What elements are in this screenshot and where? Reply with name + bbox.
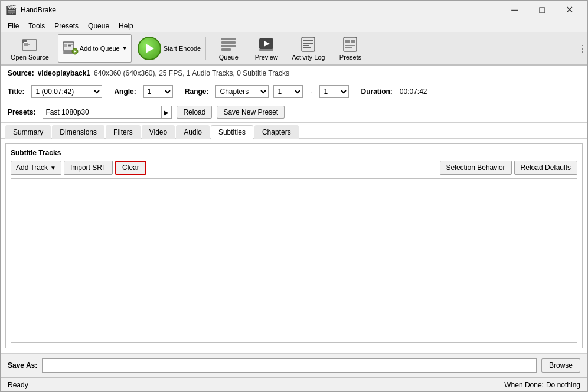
start-encode-label: Start Encode <box>164 45 201 52</box>
status-text: Ready <box>8 381 28 389</box>
source-label: Source: <box>8 69 34 77</box>
svg-rect-15 <box>221 41 236 44</box>
subtitle-list-area <box>11 178 577 343</box>
save-as-input[interactable] <box>42 358 537 373</box>
menu-help[interactable]: Help <box>114 21 138 31</box>
tab-audio[interactable]: Audio <box>176 125 210 139</box>
angle-select[interactable]: 1 <box>143 85 173 98</box>
save-new-preset-button[interactable]: Save New Preset <box>217 106 285 119</box>
browse-button[interactable]: Browse <box>541 358 580 373</box>
toolbar-separator-1 <box>205 37 206 60</box>
activity-log-label: Activity Log <box>292 54 325 61</box>
svg-rect-11 <box>63 53 74 54</box>
when-done-value: Do nothing <box>546 381 580 389</box>
app-icon: 🎬 <box>5 4 17 15</box>
clear-button[interactable]: Clear <box>115 161 146 175</box>
svg-rect-27 <box>345 40 350 43</box>
preset-select-wrap: ▶ <box>43 106 172 119</box>
svg-rect-29 <box>345 45 355 46</box>
chapter-start-select[interactable]: 1 <box>273 85 303 98</box>
tab-summary[interactable]: Summary <box>5 125 51 139</box>
presets-row-label: Presets: <box>8 108 35 116</box>
svg-rect-3 <box>24 43 28 44</box>
svg-rect-2 <box>24 42 27 43</box>
add-to-queue-split-button[interactable]: Add to Queue ▼ <box>58 34 132 63</box>
title-bar-controls: ─ □ ✕ <box>501 1 583 19</box>
preset-input[interactable] <box>43 106 161 118</box>
duration-label: Duration: <box>361 87 392 96</box>
selection-behavior-button[interactable]: Selection Behavior <box>440 161 512 175</box>
tab-video[interactable]: Video <box>142 125 175 139</box>
tab-chapters[interactable]: Chapters <box>254 125 299 139</box>
source-info: 640x360 (640x360), 25 FPS, 1 Audio Track… <box>94 69 289 77</box>
menu-tools[interactable]: Tools <box>24 21 50 31</box>
svg-rect-20 <box>259 49 273 51</box>
import-srt-button[interactable]: Import SRT <box>64 161 113 175</box>
presets-button[interactable]: Presets <box>332 34 368 63</box>
title-bar: 🎬 HandBrake ─ □ ✕ <box>1 1 587 19</box>
activity-log-icon <box>300 36 316 53</box>
svg-rect-28 <box>351 40 355 43</box>
tab-dimensions[interactable]: Dimensions <box>52 125 104 139</box>
maximize-button[interactable]: □ <box>528 1 556 19</box>
tab-subtitles[interactable]: Subtitles <box>211 125 253 139</box>
angle-label: Angle: <box>114 87 136 96</box>
queue-label: Queue <box>219 54 239 61</box>
save-row: Save As: Browse <box>1 353 587 377</box>
duration-value: 00:07:42 <box>400 87 427 96</box>
app-title: HandBrake <box>21 6 56 14</box>
open-source-icon <box>21 36 38 53</box>
save-as-label: Save As: <box>8 361 37 370</box>
menu-bar: File Tools Presets Queue Help <box>1 19 587 32</box>
preview-button[interactable]: Preview <box>249 34 284 63</box>
tab-filters[interactable]: Filters <box>106 125 141 139</box>
preview-icon <box>258 36 275 53</box>
svg-rect-26 <box>344 37 357 51</box>
svg-rect-22 <box>303 40 313 41</box>
svg-rect-16 <box>221 45 236 47</box>
svg-rect-7 <box>64 44 67 47</box>
menu-queue[interactable]: Queue <box>83 21 114 31</box>
close-button[interactable]: ✕ <box>556 1 583 19</box>
toolbar: Open Source Add to Queue <box>1 32 587 66</box>
start-encode-button[interactable] <box>138 37 161 60</box>
range-label: Range: <box>185 87 209 96</box>
svg-rect-14 <box>221 38 236 40</box>
svg-rect-25 <box>303 47 311 48</box>
queue-button[interactable]: Queue <box>211 34 246 63</box>
add-to-queue-icon <box>62 40 79 58</box>
svg-rect-5 <box>24 45 28 46</box>
queue-icon <box>220 36 237 53</box>
add-to-queue-label: Add to Queue <box>80 45 120 52</box>
svg-rect-9 <box>68 45 71 47</box>
title-select[interactable]: 1 (00:07:42) <box>31 85 102 98</box>
add-track-label: Add Track <box>16 164 48 172</box>
svg-rect-21 <box>302 37 315 51</box>
source-area: Source: videoplayback1 640x360 (640x360)… <box>1 66 587 81</box>
subtitle-toolbar-left: Add Track ▼ Import SRT Clear <box>11 161 146 175</box>
tabs-area: Summary Dimensions Filters Video Audio S… <box>1 123 587 139</box>
open-source-button[interactable]: Open Source <box>5 34 54 63</box>
toolbar-overflow[interactable]: ⋮ <box>578 43 583 54</box>
title-bar-left: 🎬 HandBrake <box>5 4 56 15</box>
chapter-end-select[interactable]: 1 <box>319 85 349 98</box>
add-to-queue-arrow[interactable]: ▼ <box>122 45 128 51</box>
range-type-select[interactable]: Chapters <box>215 85 269 98</box>
menu-presets[interactable]: Presets <box>50 21 83 31</box>
svg-rect-8 <box>68 44 73 45</box>
subtitle-toolbar: Add Track ▼ Import SRT Clear Selection B… <box>11 161 577 175</box>
status-right: When Done: Do nothing <box>504 381 580 389</box>
menu-file[interactable]: File <box>3 21 24 31</box>
svg-rect-23 <box>303 43 313 44</box>
activity-log-button[interactable]: Activity Log <box>286 34 330 63</box>
svg-rect-17 <box>221 48 231 51</box>
open-source-label: Open Source <box>11 54 49 61</box>
add-track-button[interactable]: Add Track ▼ <box>11 161 61 175</box>
preset-arrow-button[interactable]: ▶ <box>161 106 171 118</box>
svg-rect-24 <box>303 45 309 46</box>
settings-row: Title: 1 (00:07:42) Angle: 1 Range: Chap… <box>1 81 587 102</box>
reload-defaults-button[interactable]: Reload Defaults <box>514 161 577 175</box>
reload-button[interactable]: Reload <box>177 106 212 119</box>
status-bar: Ready When Done: Do nothing <box>1 377 587 391</box>
minimize-button[interactable]: ─ <box>501 1 528 19</box>
